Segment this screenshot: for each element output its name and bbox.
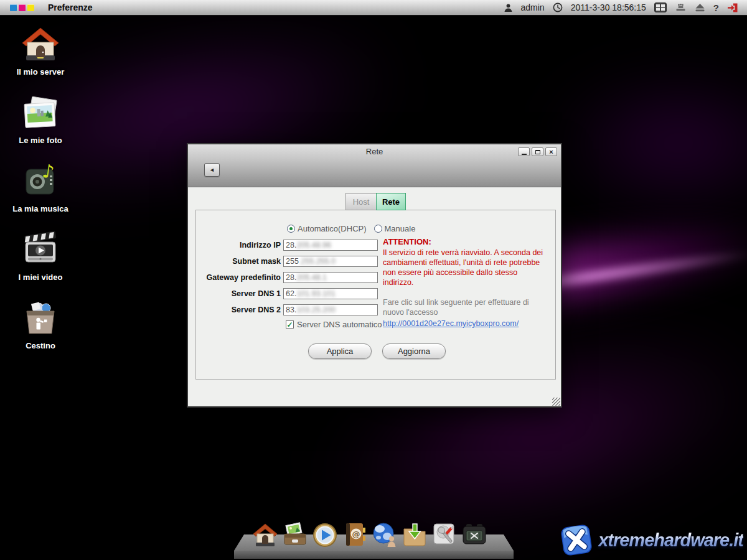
value-redacted: 205.48.1	[296, 273, 327, 282]
dock-platform-front	[234, 551, 514, 559]
value-visible: 28.	[286, 273, 296, 282]
field-label-ip: Indirizzo IP	[196, 241, 281, 250]
gateway-input[interactable]: 28.205.48.1	[283, 272, 378, 283]
dock-item-address-book[interactable]: @	[341, 521, 369, 549]
window-switcher-icon[interactable]	[654, 2, 667, 12]
play-icon	[311, 521, 339, 549]
menu-bar: Preferenze admin 2011-3-30 18:56:15 ?	[0, 0, 747, 16]
desktop-icon-label: Le mie foto	[11, 136, 70, 145]
ip-address-input[interactable]: 28.205.48.96	[283, 240, 378, 251]
minimize-icon	[522, 154, 527, 155]
notice-hint: Fare clic sul link seguente per effettua…	[383, 297, 548, 317]
back-button[interactable]: ◄	[204, 163, 220, 177]
background-glow	[548, 75, 747, 212]
desktop-icon-videos[interactable]: I miei video	[11, 230, 70, 282]
home-icon	[251, 521, 279, 549]
svg-text:@: @	[352, 530, 360, 539]
value-redacted: 205.48.96	[296, 241, 331, 250]
value-redacted: 103.25.200	[296, 306, 336, 314]
xtremehardware-logo-icon	[560, 523, 593, 558]
desktop: Preferenze admin 2011-3-30 18:56:15 ? Il…	[0, 0, 747, 560]
network-dialog: Rete × ◄ Host Rete Automatico(DHCP) Manu…	[187, 143, 562, 408]
photo-box-icon	[281, 521, 309, 549]
refresh-button[interactable]: Aggiorna	[382, 343, 446, 359]
desktop-icon-label: Cestino	[11, 341, 70, 350]
dock-item-photos[interactable]	[281, 521, 309, 549]
datetime-label: 2011-3-30 18:56:15	[571, 2, 646, 12]
logo-square-yellow	[27, 4, 34, 11]
logo-square-magenta	[19, 4, 26, 11]
minimize-button[interactable]	[518, 147, 530, 156]
house-icon	[21, 25, 60, 63]
dock-item-home[interactable]	[251, 521, 279, 549]
trash-icon	[21, 299, 60, 337]
download-folder-icon	[401, 521, 428, 549]
eject-icon[interactable]	[695, 3, 705, 12]
field-label-dns1: Server DNS 1	[196, 289, 281, 298]
radio-dhcp[interactable]: Automatico(DHCP)	[287, 224, 367, 233]
maximize-icon	[535, 150, 540, 154]
subnet-mask-input[interactable]: 255.255.255.0	[283, 256, 378, 267]
notice-body: Il servizio di rete verrà riavviato. A s…	[383, 248, 548, 287]
dns1-input[interactable]: 62.101.93.101	[283, 288, 378, 299]
help-icon[interactable]: ?	[713, 2, 719, 13]
logo-square-blue	[10, 4, 17, 11]
desktop-icon-music[interactable]: ♪ La mia musica	[11, 162, 70, 213]
dialog-titlebar[interactable]: Rete × ◄	[188, 144, 561, 187]
resize-handle[interactable]	[552, 398, 560, 406]
menu-title: Preferenze	[48, 2, 93, 12]
close-button[interactable]: ×	[545, 147, 557, 156]
field-label-subnet: Subnet mask	[196, 257, 281, 266]
tab-bar: Host Rete	[345, 193, 406, 210]
value-redacted: .255.255.0	[299, 257, 336, 266]
dialog-title: Rete	[188, 147, 561, 156]
dock-item-downloads[interactable]	[401, 521, 428, 549]
radio-manual-label: Manuale	[385, 224, 416, 233]
music-icon: ♪	[21, 162, 60, 200]
dns-auto-checkbox-row[interactable]: ✓ Server DNS automatico	[286, 320, 382, 329]
desktop-icon-label: I miei video	[11, 273, 70, 282]
clock-icon	[553, 2, 563, 12]
globe-user-icon	[371, 521, 398, 549]
desktop-icon-server[interactable]: Il mio server	[11, 25, 70, 77]
watermark: xtremehardware.it	[560, 523, 743, 558]
ip-mode-radios: Automatico(DHCP) Manuale	[287, 224, 415, 233]
dock-item-disk-utility[interactable]	[431, 521, 458, 549]
radio-manual[interactable]: Manuale	[374, 224, 416, 233]
address-book-icon: @	[341, 521, 369, 549]
radio-dhcp-control[interactable]	[287, 225, 295, 233]
radio-selected-dot	[289, 227, 293, 230]
dock-item-media-player[interactable]	[311, 521, 339, 549]
value-visible: 62.	[286, 289, 296, 298]
dns-auto-checkbox[interactable]: ✓	[286, 320, 294, 329]
dock-item-network[interactable]	[371, 521, 398, 549]
user-icon	[504, 3, 513, 12]
dock-item-toolbox[interactable]	[461, 521, 488, 549]
apply-button[interactable]: Applica	[308, 343, 372, 359]
network-settings-panel: Automatico(DHCP) Manuale Indirizzo IP 28…	[195, 210, 556, 380]
tab-rete[interactable]: Rete	[376, 193, 406, 210]
tab-host[interactable]: Host	[345, 193, 377, 210]
desktop-icon-photos[interactable]: Le mie foto	[11, 93, 70, 145]
video-icon	[21, 230, 60, 269]
notice-title: ATTENTION:	[383, 237, 548, 246]
value-redacted: 101.93.101	[296, 289, 336, 298]
photos-icon	[21, 93, 60, 132]
radio-dhcp-label: Automatico(DHCP)	[298, 224, 367, 233]
value-visible: 83.	[286, 306, 296, 314]
desktop-icon-label: La mia musica	[11, 204, 70, 213]
maximize-button[interactable]	[532, 147, 543, 156]
toolbox-icon	[461, 521, 488, 549]
value-visible: 28.	[286, 241, 296, 250]
radio-manual-control[interactable]	[374, 225, 382, 233]
desktop-icon-trash[interactable]: Cestino	[11, 299, 70, 350]
disk-tools-icon	[431, 521, 458, 549]
dns2-input[interactable]: 83.103.25.200	[283, 304, 378, 315]
logout-icon[interactable]	[727, 2, 738, 13]
desktop-icon-label: Il mio server	[11, 67, 70, 77]
watermark-text: xtremehardware.it	[598, 530, 743, 551]
username-label: admin	[521, 2, 545, 12]
dns-auto-checkbox-label: Server DNS automatico	[297, 320, 382, 329]
group-icon[interactable]	[675, 3, 687, 12]
reaccess-link[interactable]: http://0001d20e27ec.myicyboxpro.com/	[383, 319, 519, 328]
